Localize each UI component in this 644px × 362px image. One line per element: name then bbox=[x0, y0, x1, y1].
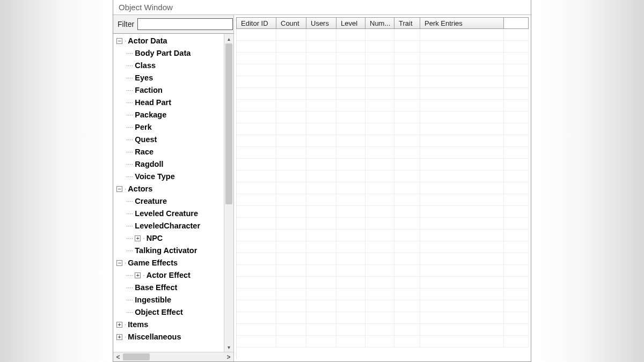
tree-item[interactable]: ····+·NPC bbox=[115, 232, 224, 245]
tree-connector-icon: ···· bbox=[126, 283, 133, 293]
scroll-down-arrow-icon[interactable]: ▾ bbox=[224, 342, 233, 352]
table-row[interactable] bbox=[237, 253, 529, 265]
table-row[interactable] bbox=[237, 53, 529, 64]
table-row[interactable] bbox=[237, 112, 529, 123]
table-cell bbox=[306, 53, 336, 64]
table-cell bbox=[306, 135, 336, 146]
window-titlebar[interactable]: Object Window bbox=[113, 0, 531, 15]
filter-row: Filter bbox=[113, 15, 233, 33]
tree-item[interactable]: ····Creature bbox=[115, 195, 224, 208]
collapse-icon[interactable]: − bbox=[116, 38, 122, 44]
column-header[interactable]: Users bbox=[306, 18, 336, 28]
scroll-right-arrow-icon[interactable]: > bbox=[224, 352, 233, 362]
table-row[interactable] bbox=[237, 289, 529, 300]
tree-item[interactable]: ····Voice Type bbox=[115, 171, 224, 183]
filter-input[interactable] bbox=[137, 18, 233, 30]
tree-item[interactable]: +·Items bbox=[115, 319, 224, 331]
table-cell bbox=[276, 135, 306, 146]
table-row[interactable] bbox=[237, 265, 529, 277]
table-row[interactable] bbox=[237, 182, 529, 194]
tree-item[interactable]: ····Eyes bbox=[115, 72, 224, 84]
table-cell bbox=[276, 53, 306, 64]
scroll-up-arrow-icon[interactable]: ▴ bbox=[224, 34, 233, 43]
tree-item[interactable]: −·Actors bbox=[115, 183, 224, 195]
table-row[interactable] bbox=[237, 324, 529, 336]
expand-icon[interactable]: + bbox=[116, 322, 122, 328]
table-cell bbox=[394, 123, 420, 135]
tree-horizontal-scrollbar[interactable]: < > bbox=[113, 352, 233, 361]
table-row[interactable] bbox=[237, 218, 529, 230]
tree-item[interactable]: ····Object Effect bbox=[115, 306, 224, 319]
expand-icon[interactable]: + bbox=[135, 272, 141, 278]
table-cell bbox=[365, 171, 394, 182]
table-cell bbox=[504, 336, 529, 347]
tree-item[interactable]: ····Package bbox=[115, 109, 224, 121]
tree-item[interactable]: ····Class bbox=[115, 60, 224, 72]
table-cell bbox=[394, 194, 420, 205]
table-cell bbox=[420, 265, 504, 276]
expand-icon[interactable]: + bbox=[116, 334, 122, 340]
table-cell bbox=[365, 64, 394, 76]
column-header[interactable]: Trait bbox=[394, 18, 420, 28]
table-row[interactable] bbox=[237, 123, 529, 135]
table-row[interactable] bbox=[237, 194, 529, 206]
tree-item-label: Faction bbox=[135, 84, 163, 96]
tree-item[interactable]: ····Ragdoll bbox=[115, 158, 224, 171]
table-row[interactable] bbox=[237, 300, 529, 312]
tree-item[interactable]: ····Race bbox=[115, 146, 224, 158]
tree-item[interactable]: −·Actor Data bbox=[115, 35, 224, 47]
table-row[interactable] bbox=[237, 230, 529, 241]
table-cell bbox=[336, 336, 365, 347]
table-row[interactable] bbox=[237, 312, 529, 324]
table-cell bbox=[336, 64, 365, 76]
table-cell bbox=[276, 194, 306, 205]
column-header[interactable]: Perk Entries bbox=[420, 18, 504, 28]
table-row[interactable] bbox=[237, 76, 529, 88]
tree-item[interactable]: ····Ingestible bbox=[115, 294, 224, 306]
table-row[interactable] bbox=[237, 277, 529, 289]
tree-item[interactable]: ····Leveled Creature bbox=[115, 208, 224, 220]
table-row[interactable] bbox=[237, 135, 529, 147]
tree-view[interactable]: −·Actor Data····Body Part Data····Class·… bbox=[113, 34, 224, 352]
table-cell bbox=[336, 135, 365, 146]
table-cell bbox=[504, 76, 529, 87]
table-row[interactable] bbox=[237, 159, 529, 171]
table-row[interactable] bbox=[237, 241, 529, 253]
tree-item[interactable]: ····Body Part Data bbox=[115, 47, 224, 60]
tree-item[interactable]: ····Quest bbox=[115, 134, 224, 146]
column-header[interactable]: Level bbox=[336, 18, 365, 28]
scroll-left-arrow-icon[interactable]: < bbox=[113, 352, 123, 362]
table-row[interactable] bbox=[237, 88, 529, 100]
tree-item-label: Actors bbox=[128, 183, 152, 195]
expand-icon[interactable]: + bbox=[135, 235, 141, 241]
tree-item[interactable]: ····LeveledCharacter bbox=[115, 220, 224, 232]
table-row[interactable] bbox=[237, 336, 529, 348]
tree-vertical-scrollbar[interactable]: ▴ ▾ bbox=[224, 34, 233, 352]
collapse-icon[interactable]: − bbox=[116, 260, 122, 266]
column-header[interactable]: Count bbox=[276, 18, 306, 28]
column-header[interactable]: Num... bbox=[365, 18, 394, 28]
scroll-thumb[interactable] bbox=[225, 43, 232, 204]
hscroll-thumb[interactable] bbox=[123, 353, 150, 360]
tree-item[interactable]: −·Game Effects bbox=[115, 257, 224, 269]
table-row[interactable] bbox=[237, 29, 529, 41]
tree-item[interactable]: ····Base Effect bbox=[115, 282, 224, 294]
table-row[interactable] bbox=[237, 100, 529, 112]
table-row[interactable] bbox=[237, 147, 529, 159]
tree-item[interactable]: ····Perk bbox=[115, 121, 224, 134]
tree-item[interactable]: ····Head Part bbox=[115, 97, 224, 109]
table-cell bbox=[237, 230, 276, 241]
tree-item[interactable]: ····Talking Activator bbox=[115, 245, 224, 257]
collapse-icon[interactable]: − bbox=[116, 186, 122, 192]
table-row[interactable] bbox=[237, 206, 529, 218]
table-body[interactable] bbox=[236, 29, 529, 359]
tree-item[interactable]: ····Faction bbox=[115, 84, 224, 97]
table-row[interactable] bbox=[237, 41, 529, 53]
hscroll-track[interactable] bbox=[123, 352, 224, 361]
table-row[interactable] bbox=[237, 64, 529, 76]
tree-item[interactable]: ····+·Actor Effect bbox=[115, 269, 224, 282]
table-cell bbox=[306, 265, 336, 276]
column-header[interactable]: Editor ID bbox=[237, 18, 276, 28]
tree-item[interactable]: +·Miscellaneous bbox=[115, 331, 224, 343]
table-row[interactable] bbox=[237, 171, 529, 182]
